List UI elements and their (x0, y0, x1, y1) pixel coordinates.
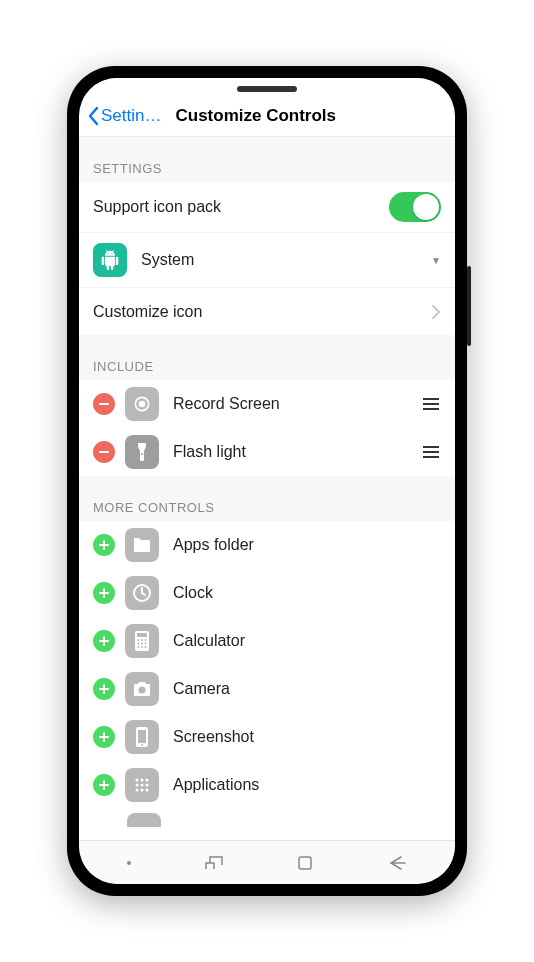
svg-point-26 (145, 643, 147, 645)
recents-icon[interactable] (204, 855, 224, 871)
phone-notch (237, 86, 297, 92)
row-more-screenshot: Screenshot (79, 713, 455, 761)
back-icon[interactable] (387, 855, 407, 871)
svg-rect-20 (137, 633, 147, 637)
support-icon-pack-label: Support icon pack (93, 198, 389, 216)
home-icon[interactable] (296, 854, 314, 872)
screenshot-icon (125, 720, 159, 754)
svg-rect-49 (299, 857, 311, 869)
screen: Settin… Customize Controls SETTINGS Supp… (79, 78, 455, 884)
flashlight-icon (125, 435, 159, 469)
svg-point-47 (141, 789, 144, 792)
svg-point-21 (138, 639, 140, 641)
svg-point-32 (139, 687, 146, 694)
svg-point-41 (141, 779, 144, 782)
calculator-icon (125, 624, 159, 658)
svg-point-44 (141, 784, 144, 787)
support-icon-pack-toggle[interactable] (389, 192, 441, 222)
remove-button[interactable] (93, 393, 115, 415)
row-customize-icon[interactable]: Customize icon (79, 287, 455, 335)
svg-rect-36 (138, 730, 146, 743)
add-button[interactable] (93, 582, 115, 604)
back-label: Settin… (101, 106, 161, 126)
svg-point-37 (141, 744, 143, 746)
back-button[interactable]: Settin… (87, 106, 161, 126)
row-include-flash-light: Flash light (79, 428, 455, 476)
svg-rect-7 (138, 443, 146, 447)
svg-point-23 (145, 639, 147, 641)
nav-header: Settin… Customize Controls (79, 100, 455, 137)
add-button[interactable] (93, 726, 115, 748)
svg-point-45 (146, 784, 149, 787)
row-more-partial (79, 809, 455, 827)
svg-point-46 (136, 789, 139, 792)
more-item-label: Apps folder (173, 536, 441, 554)
svg-point-22 (141, 639, 143, 641)
svg-point-29 (145, 646, 147, 648)
row-more-applications: Applications (79, 761, 455, 809)
phone-frame: Settin… Customize Controls SETTINGS Supp… (67, 66, 467, 896)
svg-point-42 (146, 779, 149, 782)
add-button[interactable] (93, 774, 115, 796)
svg-point-25 (141, 643, 143, 645)
svg-point-24 (138, 643, 140, 645)
chevron-left-icon (87, 106, 99, 126)
row-include-record-screen: Record Screen (79, 380, 455, 428)
add-button[interactable] (93, 630, 115, 652)
partial-icon (127, 813, 161, 827)
android-icon (93, 243, 127, 277)
applications-icon (125, 768, 159, 802)
folder-icon (125, 528, 159, 562)
row-more-camera: Camera (79, 665, 455, 713)
more-item-label: Calculator (173, 632, 441, 650)
drag-handle-icon[interactable] (421, 397, 441, 411)
svg-point-43 (136, 784, 139, 787)
drag-handle-icon[interactable] (421, 445, 441, 459)
include-item-label: Record Screen (173, 395, 421, 413)
row-more-calculator: Calculator (79, 617, 455, 665)
row-more-apps-folder: Apps folder (79, 521, 455, 569)
svg-point-48 (146, 789, 149, 792)
more-item-label: Applications (173, 776, 441, 794)
svg-point-2 (139, 401, 146, 408)
include-item-label: Flash light (173, 443, 421, 461)
svg-point-8 (141, 453, 143, 455)
system-label: System (141, 251, 431, 269)
row-support-icon-pack: Support icon pack (79, 182, 455, 232)
clock-icon (125, 576, 159, 610)
phone-side-button (467, 266, 471, 346)
chevron-right-icon (431, 304, 441, 320)
section-header-settings: SETTINGS (79, 137, 455, 182)
svg-point-40 (136, 779, 139, 782)
section-header-include: INCLUDE (79, 335, 455, 380)
row-system-dropdown[interactable]: System ▼ (79, 232, 455, 287)
camera-icon (125, 672, 159, 706)
add-button[interactable] (93, 534, 115, 556)
svg-point-27 (138, 646, 140, 648)
dropdown-caret-icon: ▼ (431, 255, 441, 266)
row-more-clock: Clock (79, 569, 455, 617)
page-title: Customize Controls (175, 106, 336, 126)
add-button[interactable] (93, 678, 115, 700)
toggle-knob (413, 194, 439, 220)
customize-icon-label: Customize icon (93, 303, 431, 321)
svg-point-28 (141, 646, 143, 648)
record-icon (125, 387, 159, 421)
nav-indicator-dot (127, 861, 131, 865)
more-item-label: Clock (173, 584, 441, 602)
section-header-more-controls: MORE CONTROLS (79, 476, 455, 521)
more-item-label: Screenshot (173, 728, 441, 746)
remove-button[interactable] (93, 441, 115, 463)
device-nav-bar (79, 840, 455, 884)
content[interactable]: SETTINGS Support icon pack System ▼ Cust… (79, 137, 455, 840)
more-item-label: Camera (173, 680, 441, 698)
